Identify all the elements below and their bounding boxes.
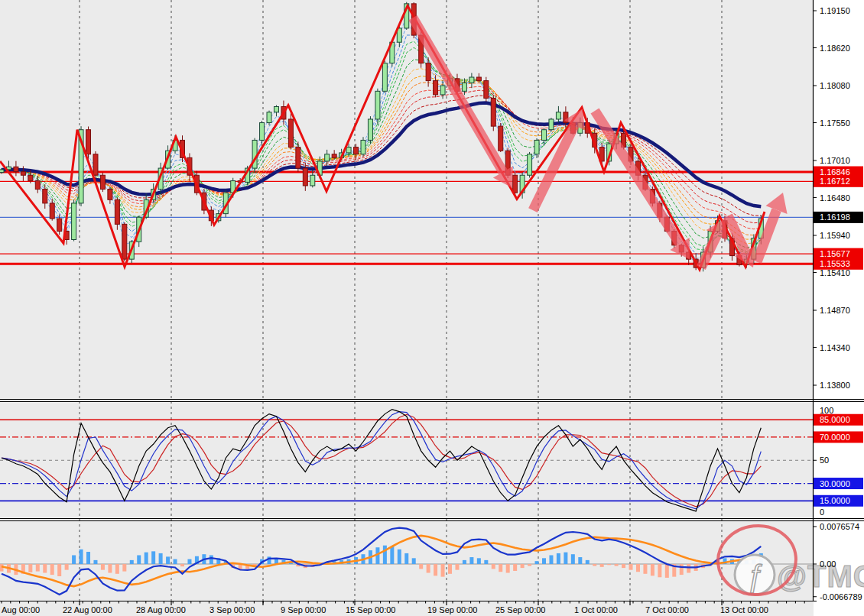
- macd-histogram-bar: [101, 564, 105, 570]
- macd-histogram-bar: [441, 564, 445, 577]
- candle-body: [100, 175, 105, 189]
- price-tick-label: 1.13800: [820, 381, 850, 390]
- candle-body: [426, 63, 430, 81]
- macd-histogram-bar: [549, 555, 553, 564]
- candle-body: [375, 91, 380, 119]
- candle-body: [549, 119, 554, 130]
- macd-histogram-bar: [404, 553, 408, 564]
- macd-histogram-bar: [499, 564, 502, 572]
- price-tick-label: 1.17550: [820, 118, 850, 128]
- price-badge-label: 1.15533: [820, 259, 850, 268]
- date-label: Aug 00:00: [2, 605, 40, 614]
- date-label: 22 Aug 00:00: [63, 605, 112, 614]
- macd-histogram-bar: [166, 556, 170, 564]
- candle-body: [476, 77, 481, 81]
- price-tick-label: 1.18620: [820, 44, 850, 53]
- candle-body: [28, 175, 33, 180]
- macd-histogram-bar: [463, 560, 466, 564]
- candle-body: [288, 119, 293, 148]
- macd-histogram-bar: [43, 564, 47, 573]
- macd-histogram-bar: [419, 564, 423, 569]
- macd-histogram-bar: [535, 561, 539, 564]
- candle-body: [491, 98, 495, 126]
- price-tick-label: 1.18080: [820, 81, 850, 90]
- price-tick-label: 1.19150: [820, 6, 850, 15]
- macd-histogram-bar: [455, 564, 459, 570]
- macd-histogram-bar: [93, 560, 97, 564]
- macd-histogram-bar: [187, 559, 191, 564]
- chart-canvas[interactable]: ƒ@TMGM1.191501.186201.180801.175501.1701…: [0, 0, 864, 616]
- candle-body: [361, 140, 365, 154]
- tmgm-logo-glyph: ƒ: [746, 558, 763, 594]
- oscillator-tick-label: 100: [820, 406, 833, 415]
- date-label: 7 Oct 00:00: [645, 605, 689, 614]
- candle-body: [35, 181, 40, 190]
- macd-histogram-bar: [137, 555, 141, 564]
- price-badge-label: 1.16712: [820, 177, 850, 186]
- macd-histogram-bar: [593, 564, 596, 566]
- macd-histogram-bar: [622, 564, 625, 568]
- macd-histogram-bar: [542, 558, 546, 564]
- candle-body: [274, 106, 278, 112]
- macd-histogram-bar: [521, 564, 525, 568]
- macd-histogram-bar: [564, 553, 567, 564]
- macd-histogram-bar: [651, 564, 654, 575]
- candle-body: [382, 63, 387, 92]
- candle-body: [346, 148, 351, 153]
- macd-histogram-bar: [210, 555, 213, 564]
- price-tick-label: 1.16480: [820, 193, 850, 203]
- candle-body: [115, 199, 119, 224]
- macd-histogram-bar: [50, 564, 54, 575]
- candle-body: [325, 154, 330, 161]
- macd-histogram-bar: [130, 560, 134, 564]
- date-label: 15 Sep 00:00: [346, 605, 395, 614]
- macd-histogram-bar: [469, 557, 473, 564]
- macd-histogram-bar: [643, 564, 647, 574]
- date-label: 28 Aug 00:00: [136, 605, 186, 614]
- candle-body: [86, 130, 91, 154]
- macd-histogram-bar: [398, 550, 401, 564]
- candle-body: [462, 83, 466, 91]
- macd-histogram-bar: [615, 564, 619, 566]
- candle-body: [0, 170, 4, 173]
- macd-histogram-bar: [115, 564, 119, 574]
- candle-body: [499, 126, 503, 151]
- candle-body: [122, 224, 127, 259]
- candle-body: [528, 154, 532, 175]
- price-tick-label: 1.14340: [820, 343, 850, 352]
- macd-histogram-bar: [174, 559, 177, 564]
- oscillator-tick-label: 50: [820, 456, 829, 465]
- date-label: 1 Oct 00:00: [574, 605, 618, 614]
- macd-histogram-bar: [484, 560, 488, 564]
- candle-body: [14, 167, 18, 171]
- oscillator-badge-label: 85.0000: [820, 415, 850, 424]
- price-tick-label: 1.14870: [820, 306, 850, 315]
- price-tick-label: 1.17010: [820, 156, 850, 165]
- candle-body: [50, 203, 54, 219]
- candle-body: [556, 112, 560, 119]
- oscillator-tick-label: 0: [820, 507, 824, 517]
- macd-tick-label: -0.0066789: [820, 592, 862, 601]
- candle-body: [484, 81, 489, 99]
- macd-histogram-bar: [687, 564, 690, 573]
- oscillator-badge-label: 15.0000: [820, 496, 850, 505]
- macd-histogram-bar: [108, 564, 112, 573]
- macd-histogram-bar: [80, 550, 83, 564]
- chart-window: ƒ@TMGM1.191501.186201.180801.175501.1701…: [0, 0, 864, 616]
- candle-body: [354, 148, 359, 154]
- candle-body: [469, 77, 474, 83]
- macd-histogram-bar: [36, 564, 40, 572]
- oscillator-badge-label: 70.0000: [820, 433, 850, 442]
- macd-histogram-bar: [680, 564, 684, 575]
- candle-body: [260, 123, 265, 141]
- macd-histogram-bar: [600, 564, 604, 567]
- price-badge-label: 1.16846: [820, 167, 850, 177]
- candle-body: [440, 86, 445, 95]
- macd-histogram-bar: [412, 558, 416, 564]
- candle-body: [303, 168, 307, 186]
- macd-histogram-bar: [636, 564, 640, 572]
- macd-histogram-bar: [151, 551, 155, 564]
- date-label: 19 Sep 00:00: [427, 605, 477, 614]
- candle-body: [267, 112, 271, 123]
- date-label: 13 Oct 00:00: [720, 605, 768, 614]
